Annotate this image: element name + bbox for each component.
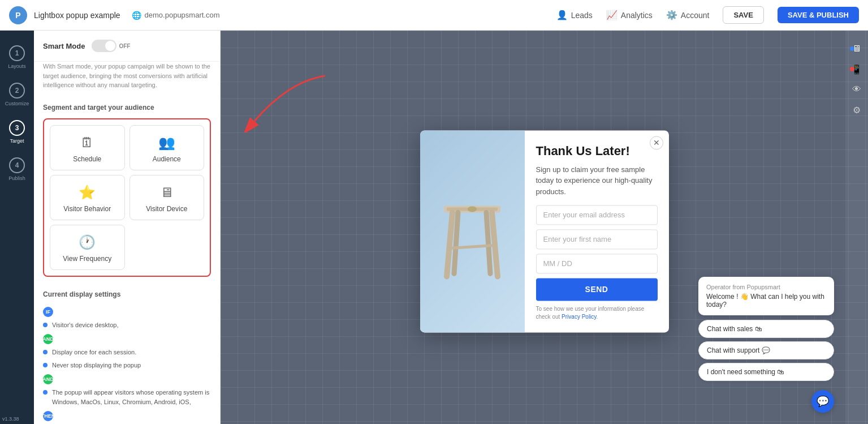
popup-content: ✕ Thank Us Later! Sign up to claim your … — [525, 130, 669, 333]
dot-device — [43, 323, 47, 327]
nav-leads[interactable]: 👤 Leads — [556, 10, 593, 20]
mobile-view-tool[interactable]: 📱 — [848, 60, 866, 78]
chat-open-button[interactable]: 💬 — [811, 390, 834, 413]
popup-email-input[interactable] — [536, 205, 658, 225]
svg-point-3 — [468, 207, 477, 212]
popup-name-input[interactable] — [536, 229, 658, 249]
analytics-icon: 📈 — [606, 10, 617, 20]
schedule-icon: 🗓 — [80, 135, 94, 151]
toggle-track[interactable] — [92, 40, 116, 52]
preview-tool[interactable]: 👁 — [848, 80, 866, 98]
segment-title: Segment and target your audience — [43, 104, 211, 112]
app-body: 1 Layouts 2 Customize 3 Target 4 Publish… — [0, 31, 868, 424]
settings-tool[interactable]: ⚙ — [848, 101, 866, 119]
condition-if: IF — [43, 304, 211, 319]
if-badge: IF — [43, 307, 53, 317]
target-panel: Smart Mode OFF With Smart mode, your pop… — [34, 31, 221, 424]
card-view-frequency[interactable]: 🕐 View Frequency — [50, 225, 125, 270]
version-label: v1.3.38 — [2, 416, 19, 422]
logo: P — [9, 6, 27, 24]
svg-line-7 — [486, 213, 490, 274]
smart-mode-toggle[interactable]: OFF — [92, 40, 130, 52]
condition-and2: AND — [43, 371, 211, 386]
header: P Lightbox popup example 🌐 demo.popupsma… — [0, 0, 868, 31]
step-target[interactable]: 3 Target — [0, 114, 34, 149]
step-publish[interactable]: 4 Publish — [0, 152, 34, 187]
chat-operator: Operator from Popupsmart — [706, 284, 826, 290]
card-visitor-device[interactable]: 🖥 Visitor Device — [129, 175, 205, 220]
account-icon: ⚙️ — [666, 10, 677, 20]
and-badge-2: AND — [43, 374, 53, 384]
toggle-thumb — [105, 41, 115, 51]
app-title: Lightbox popup example — [34, 11, 120, 20]
condition-session-text: Display once for each session. — [52, 348, 136, 357]
chat-bubble: Operator from Popupsmart Welcome ! 👋 Wha… — [698, 277, 834, 315]
steps-sidebar: 1 Layouts 2 Customize 3 Target 4 Publish… — [0, 31, 34, 424]
condition-os-text: The popup will appear visitors whose ope… — [52, 388, 211, 406]
display-settings: Current display settings IF Visitor's de… — [34, 284, 220, 425]
save-button[interactable]: SAVE — [723, 6, 763, 24]
save-publish-button[interactable]: SAVE & PUBLISH — [778, 7, 859, 23]
nav-account[interactable]: ⚙️ Account — [666, 10, 710, 20]
display-title: Current display settings — [43, 290, 211, 298]
desktop-view-tool[interactable]: 🖥 — [848, 40, 866, 58]
step-3-circle: 3 — [9, 120, 25, 136]
view-frequency-icon: 🕐 — [79, 234, 96, 250]
popup-description: Sign up to claim your free sample today … — [536, 164, 658, 198]
leads-icon: 👤 — [556, 10, 568, 20]
chat-sales-button[interactable]: Chat with sales 🛍 — [698, 320, 834, 338]
popup-send-button[interactable]: SEND — [536, 278, 658, 301]
popup-modal: ✕ Thank Us Later! Sign up to claim your … — [420, 130, 669, 333]
condition-device: Visitor's device desktop, — [43, 319, 211, 332]
visitor-device-label: Visitor Device — [146, 205, 187, 213]
step-1-circle: 1 — [9, 45, 25, 61]
nav-analytics[interactable]: 📈 Analytics — [606, 10, 653, 20]
card-visitor-behavior[interactable]: ⭐ Visitor Behavior — [50, 175, 125, 220]
visitor-behavior-icon: ⭐ — [79, 185, 96, 200]
conditions-list: IF Visitor's device desktop, AND Display… — [43, 304, 211, 423]
eye-icon: 👁 — [852, 84, 861, 95]
chat-message: Welcome ! 👋 What can I help you with tod… — [706, 293, 826, 309]
smart-mode-label: Smart Mode — [43, 42, 85, 50]
card-audience[interactable]: 👥 Audience — [129, 125, 205, 170]
condition-neverstop: Never stop displaying the popup — [43, 359, 211, 372]
red-dot — [850, 67, 854, 71]
audience-label: Audience — [153, 155, 181, 163]
step-layouts[interactable]: 1 Layouts — [0, 40, 34, 75]
toggle-state: OFF — [119, 43, 130, 49]
settings-icon: ⚙ — [853, 105, 861, 115]
visitor-device-icon: 🖥 — [160, 185, 174, 200]
dot-session — [43, 350, 47, 354]
popup-date-input[interactable] — [536, 254, 658, 273]
step-4-circle: 4 — [9, 157, 25, 173]
visitor-behavior-label: Visitor Behavior — [63, 205, 111, 213]
condition-neverstop-text: Never stop displaying the popup — [52, 361, 141, 370]
then-badge: THEN — [43, 411, 53, 421]
svg-line-6 — [454, 213, 458, 274]
condition-then: THEN — [43, 408, 211, 423]
chat-no-need-button[interactable]: I don't need something 🛍 — [698, 363, 834, 381]
privacy-policy-link[interactable]: Privacy Policy — [562, 314, 597, 320]
popup-image-inner — [420, 130, 525, 333]
audience-icon: 👥 — [158, 135, 175, 151]
popup-image — [420, 130, 525, 333]
view-frequency-label: View Frequency — [63, 255, 111, 263]
header-url: 🌐 demo.popupsmart.com — [132, 11, 220, 20]
popup-privacy-text: To see how we use your information pleas… — [536, 305, 658, 321]
step-2-circle: 2 — [9, 83, 25, 98]
card-schedule[interactable]: 🗓 Schedule — [50, 125, 125, 170]
stool-image — [433, 175, 512, 288]
dot-neverstop — [43, 363, 47, 367]
schedule-label: Schedule — [73, 155, 101, 163]
condition-device-text: Visitor's device desktop, — [52, 320, 118, 330]
dot-os — [43, 390, 47, 395]
right-tools: 🖥 📱 👁 ⚙ — [845, 31, 868, 424]
segment-section: Segment and target your audience 🗓 Sched… — [34, 97, 220, 284]
chat-support-button[interactable]: Chat with support 💬 — [698, 341, 834, 359]
step-customize[interactable]: 2 Customize — [0, 77, 34, 112]
popup-close-button[interactable]: ✕ — [650, 136, 663, 149]
globe-icon: 🌐 — [132, 11, 141, 20]
smart-mode-bar: Smart Mode OFF — [34, 31, 220, 62]
header-nav: 👤 Leads 📈 Analytics ⚙️ Account SAVE SAVE… — [556, 6, 859, 24]
segment-grid: 🗓 Schedule 👥 Audience ⭐ Visitor Behavior… — [43, 118, 211, 277]
